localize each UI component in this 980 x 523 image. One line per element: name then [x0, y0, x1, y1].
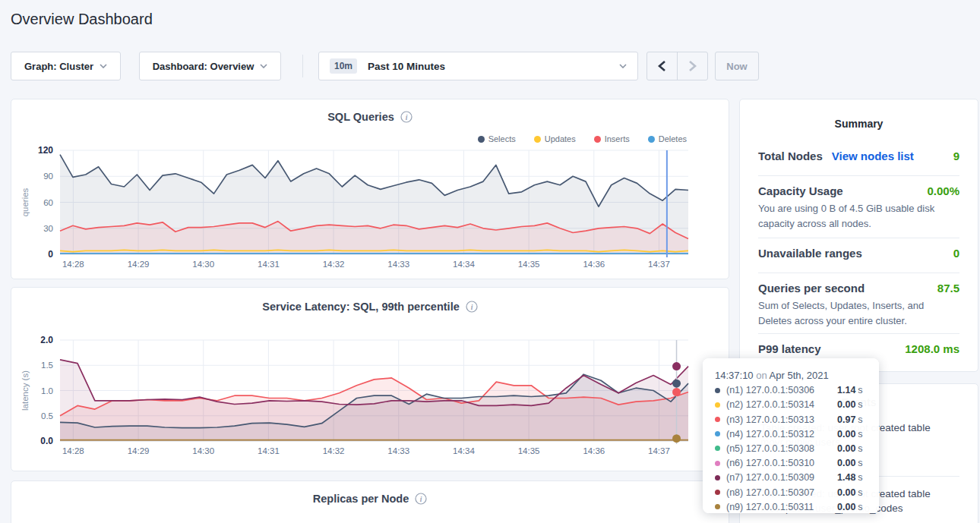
tooltip-node-row: (n1) 127.0.0.1:503061.14s: [715, 385, 867, 395]
page-title: Overview Dashboard: [11, 11, 153, 28]
queries-per-second-subtext: Sum of Selects, Updates, Inserts, and De…: [758, 298, 959, 329]
tooltip-node-row: (n4) 127.0.0.1:503120.00s: [715, 429, 867, 440]
unavailable-ranges-value: 0: [953, 247, 959, 260]
queries-per-second-value: 87.5: [937, 282, 959, 295]
tooltip-node-row: (n8) 127.0.0.1:503070.00s: [715, 487, 867, 498]
node-color-dot: [715, 417, 720, 422]
svg-text:14:28: 14:28: [62, 446, 84, 455]
chevron-left-icon: [658, 60, 666, 72]
node-color-dot: [715, 475, 720, 480]
node-color-dot: [715, 446, 720, 451]
svg-text:latency (s): latency (s): [21, 370, 30, 411]
node-color-dot: [715, 504, 720, 509]
svg-text:14:30: 14:30: [192, 260, 214, 269]
summary-title: Summary: [740, 118, 978, 130]
time-prev-button[interactable]: [647, 52, 678, 80]
svg-text:14:29: 14:29: [128, 260, 150, 269]
summary-row-unavailable-ranges: Unavailable ranges 0: [758, 247, 959, 260]
replicas-per-node-title: Replicas per Node: [313, 493, 409, 505]
view-nodes-list-link[interactable]: View nodes list: [832, 150, 914, 162]
svg-text:14:32: 14:32: [323, 446, 345, 455]
sql-queries-panel: SQL Queries i SelectsUpdatesInsertsDelet…: [11, 99, 729, 279]
service-latency-panel: Service Latency: SQL, 99th percentile i …: [11, 287, 729, 471]
summary-row-queries-per-second: Queries per second 87.5: [758, 282, 959, 295]
graph-dropdown[interactable]: Graph: Cluster: [11, 52, 121, 80]
tooltip-node-row: (n2) 127.0.0.1:503140.00s: [715, 399, 867, 410]
summary-row-p99-latency: P99 latency 1208.0 ms: [758, 342, 959, 355]
svg-text:14:33: 14:33: [387, 260, 409, 269]
node-color-dot: [715, 490, 720, 495]
tooltip-node-row: (n3) 127.0.0.1:503130.97s: [715, 414, 867, 425]
svg-text:0.0: 0.0: [40, 436, 53, 446]
now-button[interactable]: Now: [715, 52, 759, 80]
svg-text:14:35: 14:35: [518, 446, 540, 455]
replicas-per-node-panel: Replicas per Node i: [11, 480, 729, 523]
svg-text:90: 90: [43, 172, 53, 181]
svg-text:14:34: 14:34: [453, 260, 475, 269]
service-latency-chart[interactable]: 14:2814:2914:3014:3114:3214:3314:3414:35…: [11, 288, 730, 472]
svg-text:i: i: [420, 496, 422, 503]
svg-text:1.0: 1.0: [41, 386, 53, 395]
svg-text:14:37: 14:37: [648, 260, 670, 269]
svg-text:14:29: 14:29: [128, 446, 150, 455]
graph-dropdown-label: Graph: Cluster: [24, 61, 93, 72]
chevron-right-icon: [688, 60, 697, 72]
svg-text:14:35: 14:35: [518, 260, 540, 269]
sql-queries-chart[interactable]: 14:2814:2914:3014:3114:3214:3314:3414:35…: [11, 99, 730, 280]
svg-text:queries: queries: [21, 187, 30, 216]
chevron-down-icon: [619, 64, 627, 68]
time-range-picker[interactable]: 10m Past 10 Minutes: [318, 52, 638, 80]
total-nodes-value: 9: [953, 150, 959, 162]
tooltip-timestamp: 14:37:10 on Apr 5th, 2021: [715, 370, 867, 381]
summary-panel: Summary Total Nodes View nodes list 9 Ca…: [739, 99, 978, 372]
svg-text:14:36: 14:36: [583, 260, 605, 269]
dashboard-dropdown[interactable]: Dashboard: Overview: [139, 52, 281, 80]
chevron-down-icon: [260, 64, 267, 68]
svg-text:14:34: 14:34: [453, 446, 475, 455]
svg-text:14:32: 14:32: [323, 260, 345, 269]
time-nav-group: [646, 52, 708, 80]
summary-row-capacity-usage: Capacity Usage 0.00%: [758, 184, 959, 197]
svg-text:14:31: 14:31: [258, 446, 280, 455]
node-color-dot: [715, 461, 720, 466]
node-color-dot: [715, 388, 720, 393]
p99-latency-value: 1208.0 ms: [905, 342, 959, 355]
info-icon[interactable]: i: [415, 493, 427, 505]
svg-text:14:33: 14:33: [387, 446, 409, 455]
svg-text:14:31: 14:31: [258, 260, 280, 269]
chevron-down-icon: [100, 64, 107, 68]
tooltip-node-row: (n6) 127.0.0.1:503100.00s: [715, 458, 867, 468]
svg-text:14:36: 14:36: [583, 446, 605, 455]
svg-text:120: 120: [38, 145, 53, 156]
svg-text:30: 30: [43, 224, 53, 233]
chart-hover-tooltip: 14:37:10 on Apr 5th, 2021 (n1) 127.0.0.1…: [703, 358, 879, 513]
time-next-button[interactable]: [678, 52, 708, 80]
capacity-usage-subtext: You are using 0 B of 4.5 GiB usable disk…: [758, 201, 959, 232]
dashboard-dropdown-label: Dashboard: Overview: [153, 61, 254, 72]
node-color-dot: [715, 431, 720, 436]
time-range-badge: 10m: [330, 58, 357, 74]
tooltip-node-row: (n7) 127.0.0.1:503091.48s: [715, 472, 867, 483]
svg-text:14:30: 14:30: [192, 446, 214, 455]
time-range-label: Past 10 Minutes: [368, 61, 445, 72]
svg-text:1.5: 1.5: [41, 361, 53, 370]
svg-text:2.0: 2.0: [40, 335, 53, 345]
summary-row-total-nodes: Total Nodes View nodes list 9: [758, 150, 959, 162]
controls-divider: [302, 55, 303, 77]
tooltip-node-row: (n9) 127.0.0.1:503110.00s: [715, 502, 867, 512]
svg-text:60: 60: [43, 198, 53, 207]
svg-text:14:37: 14:37: [648, 446, 670, 455]
overview-dashboard-page: Overview Dashboard Graph: Cluster Dashbo…: [0, 0, 980, 523]
tooltip-node-row: (n5) 127.0.0.1:503080.00s: [715, 443, 867, 454]
capacity-usage-value: 0.00%: [927, 184, 959, 197]
node-color-dot: [715, 402, 720, 408]
svg-text:0: 0: [48, 249, 53, 260]
svg-text:0.5: 0.5: [41, 411, 53, 421]
svg-text:14:28: 14:28: [62, 260, 84, 269]
